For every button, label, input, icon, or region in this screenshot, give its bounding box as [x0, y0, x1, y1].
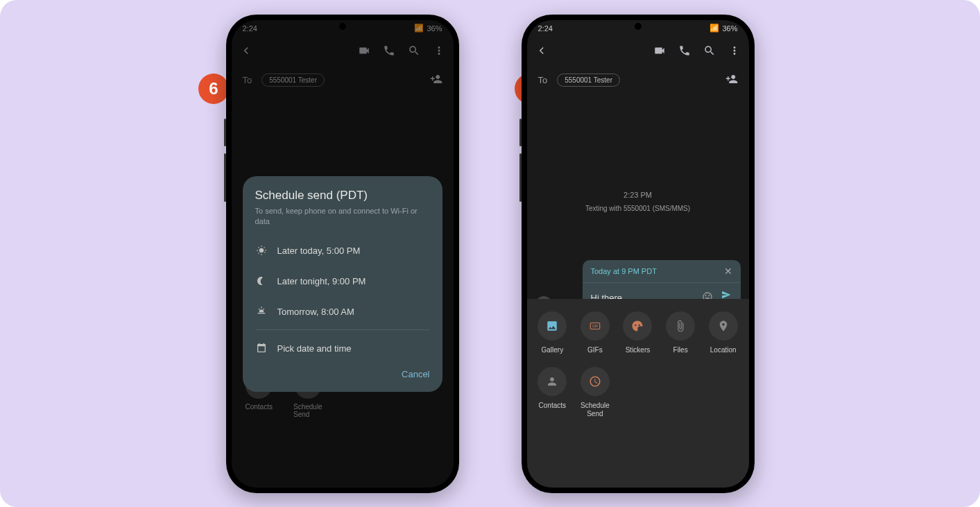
battery-text: 36%	[722, 24, 737, 33]
option-label: Later today, 5:00 PM	[277, 246, 361, 256]
sunrise-icon	[255, 305, 268, 318]
gallery-icon	[538, 311, 567, 341]
phone-frame-6: 2:24 📶 36% To 5550001 Tester	[226, 15, 459, 493]
dialog-subtitle: To send, keep phone on and connect to Wi…	[255, 206, 430, 227]
file-icon	[666, 311, 695, 341]
attach-label: GIFs	[587, 346, 603, 354]
to-label: To	[538, 75, 548, 85]
app-topbar	[527, 37, 749, 67]
contacts-icon	[538, 367, 567, 396]
option-tomorrow[interactable]: Tomorrow, 8:00 AM	[255, 296, 430, 327]
camera-notch	[339, 23, 346, 30]
attach-stickers[interactable]: Stickers	[619, 311, 657, 354]
attach-schedule-send[interactable]: Schedule Send	[576, 367, 614, 418]
attach-label: Schedule Send	[581, 402, 610, 418]
scheduled-banner: Today at 9 PM PDT ✕	[583, 260, 741, 282]
status-time: 2:24	[538, 24, 553, 33]
option-later-tonight[interactable]: Later tonight, 9:00 PM	[255, 266, 430, 296]
conversation-area: 2:23 PM Texting with 5550001 (SMS/MMS)	[527, 94, 749, 212]
add-person-icon[interactable]	[725, 73, 738, 88]
video-call-icon[interactable]	[653, 44, 666, 60]
back-icon[interactable]	[535, 44, 548, 60]
attach-gallery[interactable]: Gallery	[534, 311, 571, 354]
recipient-row: To 5550001 Tester	[527, 67, 749, 94]
option-later-today[interactable]: Later today, 5:00 PM	[255, 235, 430, 266]
dialog-title: Schedule send (PDT)	[255, 189, 430, 203]
sticker-icon	[623, 311, 652, 341]
attach-gifs[interactable]: GIF GIFs	[576, 311, 614, 354]
scheduled-time-text: Today at 9 PM PDT	[591, 267, 657, 275]
attach-label: Contacts	[539, 402, 566, 410]
location-icon	[709, 311, 738, 341]
attach-contacts[interactable]: Contacts	[534, 367, 571, 418]
gif-icon: GIF	[581, 311, 610, 341]
option-pick-date[interactable]: Pick date and time	[255, 333, 430, 363]
conversation-time: 2:23 PM	[527, 191, 749, 199]
search-icon[interactable]	[703, 44, 716, 60]
attach-location[interactable]: Location	[705, 311, 742, 354]
calendar-icon	[255, 342, 268, 354]
attach-label: Location	[710, 346, 737, 354]
attachment-panel: Gallery GIF GIFs Stickers Files	[527, 299, 749, 488]
clock-icon	[581, 367, 610, 396]
contact-chip[interactable]: 5550001 Tester	[557, 74, 620, 87]
phone-frame-7: 2:24 📶 36% To 5550001 Tester	[522, 15, 755, 493]
option-label: Tomorrow, 8:00 AM	[277, 307, 354, 317]
attach-label: Files	[673, 346, 688, 354]
attach-files[interactable]: Files	[662, 311, 699, 354]
conversation-info: Texting with 5550001 (SMS/MMS)	[527, 205, 749, 212]
attach-label: Stickers	[626, 346, 651, 354]
option-label: Later tonight, 9:00 PM	[277, 276, 366, 286]
attach-label: Gallery	[541, 346, 563, 354]
camera-notch	[635, 23, 642, 30]
cancel-button[interactable]: Cancel	[402, 369, 429, 379]
option-label: Pick date and time	[277, 343, 352, 354]
more-icon[interactable]	[728, 44, 741, 60]
phone-call-icon[interactable]	[678, 44, 691, 60]
schedule-send-dialog: Schedule send (PDT) To send, keep phone …	[243, 176, 442, 393]
moon-icon	[255, 275, 268, 287]
signal-icon: 📶	[710, 24, 719, 33]
step-badge-6: 6	[198, 74, 229, 104]
sun-icon	[255, 244, 268, 257]
svg-text:GIF: GIF	[592, 324, 599, 328]
close-icon[interactable]: ✕	[724, 266, 732, 277]
